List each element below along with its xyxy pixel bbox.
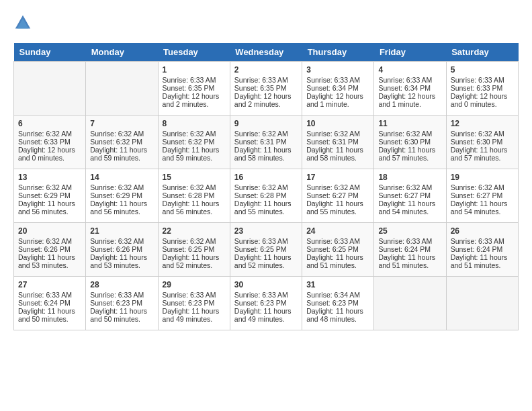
sunset: Sunset: 6:27 PM [306,191,359,199]
sunrise: Sunrise: 6:33 AM [90,291,144,299]
daylight: Daylight: 11 hours [306,199,363,208]
daylight-cont: and 1 minute. [378,100,421,108]
sunrise: Sunrise: 6:34 AM [306,291,360,299]
calendar-cell: 5Sunrise: 6:33 AMSunset: 6:33 PMDaylight… [446,62,518,116]
day-number: 12 [451,119,514,128]
daylight-cont: and 53 minutes. [18,261,69,269]
sunset: Sunset: 6:34 PM [306,84,359,92]
sunset: Sunset: 6:29 PM [90,191,142,199]
daylight-cont: and 0 minutes. [18,154,64,162]
day-number: 31 [306,280,369,289]
daylight: Daylight: 12 hours [163,92,220,100]
sunset: Sunset: 6:35 PM [163,84,215,92]
sunrise: Sunrise: 6:33 AM [306,237,360,245]
sunset: Sunset: 6:33 PM [18,138,71,146]
sunset: Sunset: 6:28 PM [234,191,287,199]
daylight-cont: and 57 minutes. [378,154,429,162]
day-number: 26 [451,226,514,236]
sunset: Sunset: 6:23 PM [163,299,215,307]
daylight-cont: and 56 minutes. [90,208,140,216]
sunrise: Sunrise: 6:32 AM [90,183,144,191]
calendar-cell: 12Sunrise: 6:32 AMSunset: 6:30 PMDayligh… [446,116,518,169]
calendar-cell: 4Sunrise: 6:33 AMSunset: 6:34 PMDaylight… [374,62,446,116]
daylight: Daylight: 11 hours [234,199,292,208]
calendar-cell: 9Sunrise: 6:32 AMSunset: 6:31 PMDaylight… [230,116,302,169]
day-number: 27 [18,280,81,289]
calendar-cell: 14Sunrise: 6:32 AMSunset: 6:29 PMDayligh… [86,169,158,223]
daylight-cont: and 51 minutes. [306,261,357,269]
sunrise: Sunrise: 6:32 AM [306,183,360,191]
daylight-cont: and 56 minutes. [163,208,213,216]
day-number: 4 [378,65,441,75]
sunset: Sunset: 6:33 PM [451,84,503,92]
daylight-cont: and 54 minutes. [378,208,429,216]
daylight-cont: and 50 minutes. [18,315,69,323]
calendar-cell: 19Sunrise: 6:32 AMSunset: 6:27 PMDayligh… [446,169,518,223]
calendar-cell: 13Sunrise: 6:32 AMSunset: 6:29 PMDayligh… [14,169,86,223]
sunrise: Sunrise: 6:33 AM [18,291,72,299]
logo-icon [13,13,32,32]
daylight-cont: and 55 minutes. [234,208,285,216]
sunrise: Sunrise: 6:32 AM [18,130,72,138]
calendar-cell: 11Sunrise: 6:32 AMSunset: 6:30 PMDayligh… [374,116,446,169]
day-number: 24 [306,226,369,236]
day-number: 28 [90,280,153,289]
sunrise: Sunrise: 6:33 AM [163,76,216,84]
daylight: Daylight: 11 hours [90,253,147,261]
day-number: 17 [306,173,369,182]
sunset: Sunset: 6:31 PM [306,138,359,146]
calendar-cell: 25Sunrise: 6:33 AMSunset: 6:24 PMDayligh… [374,223,446,277]
daylight-cont: and 52 minutes. [163,261,213,269]
daylight: Daylight: 11 hours [163,307,220,315]
daylight: Daylight: 11 hours [234,253,292,261]
calendar-cell [86,62,158,116]
daylight: Daylight: 11 hours [163,199,220,208]
sunrise: Sunrise: 6:32 AM [163,237,216,245]
page-header [13,13,519,32]
daylight-cont: and 51 minutes. [451,261,501,269]
sunrise: Sunrise: 6:33 AM [163,291,216,299]
calendar-cell: 7Sunrise: 6:32 AMSunset: 6:32 PMDaylight… [86,116,158,169]
calendar-cell: 30Sunrise: 6:33 AMSunset: 6:23 PMDayligh… [230,277,302,330]
sunset: Sunset: 6:32 PM [163,138,215,146]
day-number: 7 [90,119,153,128]
sunrise: Sunrise: 6:33 AM [234,237,288,245]
day-number: 29 [163,280,226,289]
calendar-header: SundayMondayTuesdayWednesdayThursdayFrid… [14,43,519,62]
sunrise: Sunrise: 6:32 AM [378,130,432,138]
day-number: 22 [163,226,226,236]
daylight: Daylight: 11 hours [451,199,508,208]
daylight-cont: and 59 minutes. [90,154,140,162]
header-cell-monday: Monday [86,43,158,62]
day-number: 23 [234,226,298,236]
daylight: Daylight: 11 hours [378,253,435,261]
sunrise: Sunrise: 6:33 AM [306,76,360,84]
day-number: 3 [306,65,369,75]
calendar-cell: 17Sunrise: 6:32 AMSunset: 6:27 PMDayligh… [302,169,374,223]
day-number: 6 [18,119,81,128]
day-number: 10 [306,119,369,128]
daylight-cont: and 49 minutes. [234,315,285,323]
week-row-4: 20Sunrise: 6:32 AMSunset: 6:26 PMDayligh… [14,223,519,277]
sunset: Sunset: 6:31 PM [234,138,287,146]
daylight: Daylight: 11 hours [163,253,220,261]
day-number: 15 [163,173,226,182]
daylight: Daylight: 11 hours [306,307,363,315]
sunset: Sunset: 6:23 PM [234,299,287,307]
calendar-cell: 3Sunrise: 6:33 AMSunset: 6:34 PMDaylight… [302,62,374,116]
daylight-cont: and 54 minutes. [451,208,501,216]
day-number: 14 [90,173,153,182]
calendar-cell: 28Sunrise: 6:33 AMSunset: 6:23 PMDayligh… [86,277,158,330]
calendar-cell: 1Sunrise: 6:33 AMSunset: 6:35 PMDaylight… [158,62,230,116]
daylight: Daylight: 11 hours [378,146,435,154]
daylight-cont: and 55 minutes. [306,208,357,216]
calendar-cell: 15Sunrise: 6:32 AMSunset: 6:28 PMDayligh… [158,169,230,223]
daylight: Daylight: 11 hours [90,307,147,315]
week-row-5: 27Sunrise: 6:33 AMSunset: 6:24 PMDayligh… [14,277,519,330]
sunrise: Sunrise: 6:32 AM [90,130,144,138]
sunset: Sunset: 6:24 PM [18,299,71,307]
calendar-table: SundayMondayTuesdayWednesdayThursdayFrid… [13,43,519,330]
sunrise: Sunrise: 6:33 AM [234,76,288,84]
calendar-cell: 27Sunrise: 6:33 AMSunset: 6:24 PMDayligh… [14,277,86,330]
daylight-cont: and 56 minutes. [18,208,69,216]
